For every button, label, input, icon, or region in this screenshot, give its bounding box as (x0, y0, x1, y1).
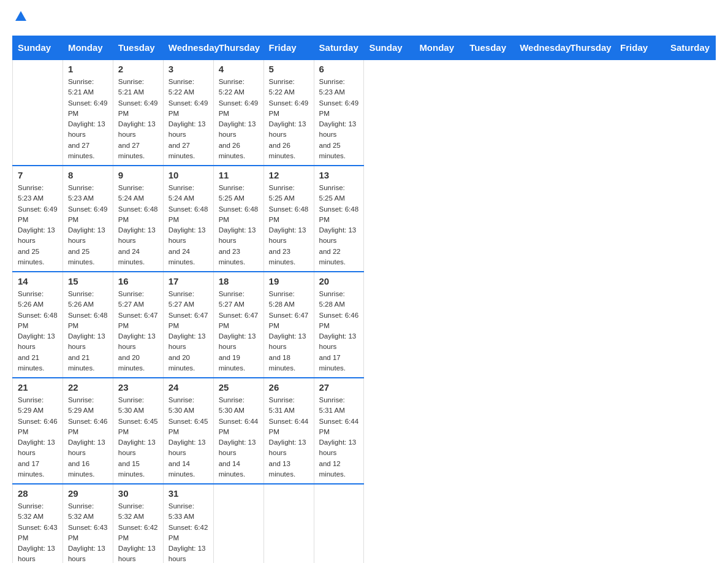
calendar-cell (264, 484, 314, 563)
calendar-cell: 11Sunrise: 5:25 AM Sunset: 6:48 PM Dayli… (213, 166, 264, 272)
col-header-saturday: Saturday (665, 36, 715, 60)
day-number: 28 (18, 488, 58, 499)
day-number: 10 (169, 170, 208, 180)
day-info: Sunrise: 5:23 AM Sunset: 6:49 PM Dayligh… (68, 183, 108, 267)
calendar-cell: 19Sunrise: 5:28 AM Sunset: 6:47 PM Dayli… (264, 272, 314, 378)
day-number: 4 (219, 64, 259, 74)
calendar-cell: 13Sunrise: 5:25 AM Sunset: 6:48 PM Dayli… (314, 166, 364, 272)
day-info: Sunrise: 5:33 AM Sunset: 6:42 PM Dayligh… (169, 501, 208, 563)
calendar-cell: 25Sunrise: 5:30 AM Sunset: 6:44 PM Dayli… (213, 378, 264, 484)
calendar-cell: 27Sunrise: 5:31 AM Sunset: 6:44 PM Dayli… (314, 378, 364, 484)
calendar-cell (314, 484, 364, 563)
day-info: Sunrise: 5:29 AM Sunset: 6:46 PM Dayligh… (18, 395, 58, 480)
calendar-cell: 22Sunrise: 5:29 AM Sunset: 6:46 PM Dayli… (63, 378, 113, 484)
calendar-cell: 2Sunrise: 5:21 AM Sunset: 6:49 PM Daylig… (113, 59, 163, 166)
day-info: Sunrise: 5:28 AM Sunset: 6:46 PM Dayligh… (319, 289, 359, 373)
day-info: Sunrise: 5:31 AM Sunset: 6:44 PM Dayligh… (269, 395, 309, 480)
col-header-thursday: Thursday (213, 36, 264, 60)
day-number: 19 (269, 276, 309, 286)
day-number: 31 (169, 488, 208, 499)
calendar-week-row: 21Sunrise: 5:29 AM Sunset: 6:46 PM Dayli… (13, 378, 716, 484)
calendar-cell: 29Sunrise: 5:32 AM Sunset: 6:43 PM Dayli… (63, 484, 113, 563)
calendar-week-row: 28Sunrise: 5:32 AM Sunset: 6:43 PM Dayli… (13, 484, 716, 563)
day-number: 17 (169, 276, 208, 286)
calendar-cell: 16Sunrise: 5:27 AM Sunset: 6:47 PM Dayli… (113, 272, 163, 378)
logo (12, 12, 28, 23)
calendar-cell: 18Sunrise: 5:27 AM Sunset: 6:47 PM Dayli… (213, 272, 264, 378)
calendar-cell: 4Sunrise: 5:22 AM Sunset: 6:49 PM Daylig… (213, 59, 264, 166)
day-info: Sunrise: 5:32 AM Sunset: 6:43 PM Dayligh… (68, 501, 108, 563)
day-number: 23 (118, 382, 158, 393)
calendar-table: SundayMondayTuesdayWednesdayThursdayFrid… (12, 36, 716, 563)
day-info: Sunrise: 5:25 AM Sunset: 6:48 PM Dayligh… (219, 183, 259, 267)
calendar-cell: 12Sunrise: 5:25 AM Sunset: 6:48 PM Dayli… (264, 166, 314, 272)
calendar-cell: 20Sunrise: 5:28 AM Sunset: 6:46 PM Dayli… (314, 272, 364, 378)
col-header-wednesday: Wednesday (515, 36, 565, 60)
day-info: Sunrise: 5:22 AM Sunset: 6:49 PM Dayligh… (169, 77, 208, 161)
day-info: Sunrise: 5:30 AM Sunset: 6:45 PM Dayligh… (169, 395, 208, 480)
page-header (12, 12, 716, 23)
calendar-cell: 23Sunrise: 5:30 AM Sunset: 6:45 PM Dayli… (113, 378, 163, 484)
day-info: Sunrise: 5:29 AM Sunset: 6:46 PM Dayligh… (68, 395, 108, 480)
day-number: 24 (169, 382, 208, 393)
day-number: 3 (169, 64, 208, 74)
logo-blue-text (12, 12, 28, 23)
day-number: 5 (269, 64, 309, 74)
calendar-week-row: 14Sunrise: 5:26 AM Sunset: 6:48 PM Dayli… (13, 272, 716, 378)
day-number: 18 (219, 276, 259, 286)
day-info: Sunrise: 5:22 AM Sunset: 6:49 PM Dayligh… (219, 77, 259, 161)
day-number: 22 (68, 382, 108, 393)
day-number: 29 (68, 488, 108, 499)
calendar-header-row: SundayMondayTuesdayWednesdayThursdayFrid… (13, 36, 716, 60)
col-header-friday: Friday (264, 36, 314, 60)
day-info: Sunrise: 5:21 AM Sunset: 6:49 PM Dayligh… (118, 77, 158, 161)
col-header-sunday: Sunday (13, 36, 63, 60)
col-header-wednesday: Wednesday (163, 36, 213, 60)
day-number: 27 (319, 382, 359, 393)
day-info: Sunrise: 5:32 AM Sunset: 6:43 PM Dayligh… (18, 501, 58, 563)
day-number: 11 (219, 170, 259, 180)
day-info: Sunrise: 5:23 AM Sunset: 6:49 PM Dayligh… (319, 77, 359, 161)
day-number: 13 (319, 170, 359, 180)
calendar-cell: 5Sunrise: 5:22 AM Sunset: 6:49 PM Daylig… (264, 59, 314, 166)
day-info: Sunrise: 5:27 AM Sunset: 6:47 PM Dayligh… (169, 289, 208, 373)
col-header-thursday: Thursday (565, 36, 615, 60)
day-number: 30 (118, 488, 158, 499)
day-number: 20 (319, 276, 359, 286)
day-number: 9 (118, 170, 158, 180)
day-info: Sunrise: 5:30 AM Sunset: 6:44 PM Dayligh… (219, 395, 259, 480)
calendar-cell: 24Sunrise: 5:30 AM Sunset: 6:45 PM Dayli… (163, 378, 213, 484)
day-info: Sunrise: 5:25 AM Sunset: 6:48 PM Dayligh… (269, 183, 309, 267)
calendar-cell: 9Sunrise: 5:24 AM Sunset: 6:48 PM Daylig… (113, 166, 163, 272)
day-number: 25 (219, 382, 259, 393)
day-number: 21 (18, 382, 58, 393)
day-number: 14 (18, 276, 58, 286)
day-info: Sunrise: 5:28 AM Sunset: 6:47 PM Dayligh… (269, 289, 309, 373)
day-info: Sunrise: 5:32 AM Sunset: 6:42 PM Dayligh… (118, 501, 158, 563)
day-number: 2 (118, 64, 158, 74)
day-number: 15 (68, 276, 108, 286)
calendar-cell: 28Sunrise: 5:32 AM Sunset: 6:43 PM Dayli… (13, 484, 63, 563)
day-number: 6 (319, 64, 359, 74)
day-info: Sunrise: 5:27 AM Sunset: 6:47 PM Dayligh… (118, 289, 158, 373)
day-info: Sunrise: 5:23 AM Sunset: 6:49 PM Dayligh… (18, 183, 58, 267)
day-info: Sunrise: 5:27 AM Sunset: 6:47 PM Dayligh… (219, 289, 259, 373)
day-info: Sunrise: 5:22 AM Sunset: 6:49 PM Dayligh… (269, 77, 309, 161)
calendar-cell: 26Sunrise: 5:31 AM Sunset: 6:44 PM Dayli… (264, 378, 314, 484)
calendar-week-row: 1Sunrise: 5:21 AM Sunset: 6:49 PM Daylig… (13, 59, 716, 166)
col-header-sunday: Sunday (364, 36, 414, 60)
day-info: Sunrise: 5:31 AM Sunset: 6:44 PM Dayligh… (319, 395, 359, 480)
calendar-cell: 6Sunrise: 5:23 AM Sunset: 6:49 PM Daylig… (314, 59, 364, 166)
day-info: Sunrise: 5:25 AM Sunset: 6:48 PM Dayligh… (319, 183, 359, 267)
col-header-monday: Monday (414, 36, 464, 60)
day-info: Sunrise: 5:26 AM Sunset: 6:48 PM Dayligh… (18, 289, 58, 373)
day-info: Sunrise: 5:21 AM Sunset: 6:49 PM Dayligh… (68, 77, 108, 161)
calendar-cell (13, 59, 63, 166)
day-number: 8 (68, 170, 108, 180)
day-info: Sunrise: 5:30 AM Sunset: 6:45 PM Dayligh… (118, 395, 158, 480)
calendar-cell: 21Sunrise: 5:29 AM Sunset: 6:46 PM Dayli… (13, 378, 63, 484)
calendar-cell: 8Sunrise: 5:23 AM Sunset: 6:49 PM Daylig… (63, 166, 113, 272)
col-header-friday: Friday (615, 36, 665, 60)
calendar-week-row: 7Sunrise: 5:23 AM Sunset: 6:49 PM Daylig… (13, 166, 716, 272)
calendar-cell: 1Sunrise: 5:21 AM Sunset: 6:49 PM Daylig… (63, 59, 113, 166)
